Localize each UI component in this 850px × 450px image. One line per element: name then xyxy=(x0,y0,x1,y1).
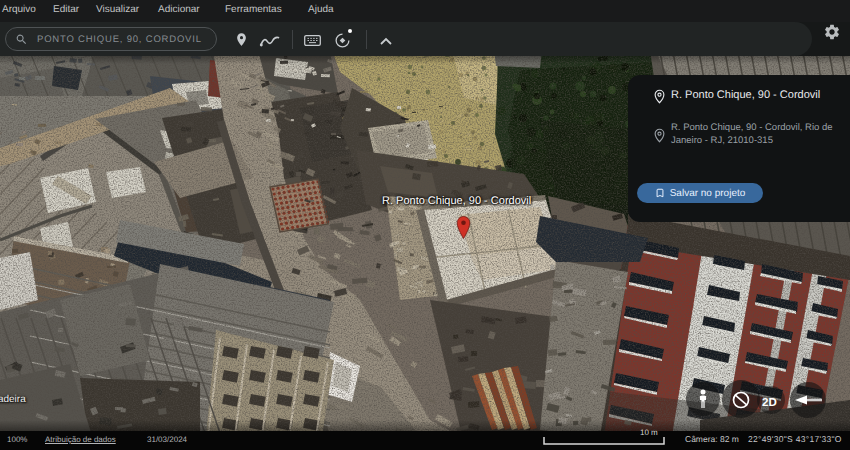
svg-text:2D: 2D xyxy=(762,397,777,409)
